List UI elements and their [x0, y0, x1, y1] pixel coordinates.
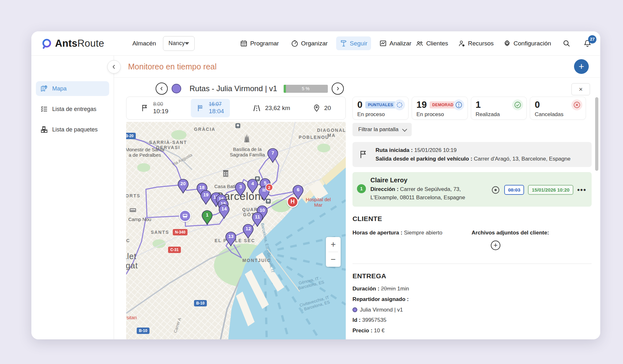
nav-item-organizar[interactable]: Organizar	[287, 36, 331, 50]
brand-logo[interactable]: AntsRoute	[41, 38, 104, 49]
distance-cell: 23,62 km	[252, 104, 290, 113]
spinner-icon	[394, 99, 405, 110]
vehicle-icon	[182, 213, 188, 219]
nav-item-analizar[interactable]: Analizar	[376, 36, 415, 50]
map-marker[interactable]: 12 ≋	[242, 224, 254, 239]
check-circle-icon	[512, 99, 523, 110]
route-start-line2: Salida desde el parking del vehículo : C…	[376, 154, 570, 163]
route-color-dot	[172, 84, 181, 93]
warehouse-value: Nancy	[168, 40, 185, 47]
zoom-out-button[interactable]: −	[326, 252, 341, 267]
delivery-duration: Duración : 20min 1min	[352, 285, 592, 293]
zoom-in-button[interactable]: +	[326, 237, 341, 252]
sidebar-item-lista-de-paquetes[interactable]: Lista de paquetes	[36, 122, 109, 137]
more-options-button[interactable]: •••	[577, 186, 587, 194]
person-gear-icon	[458, 40, 465, 47]
previous-route-button[interactable]	[156, 83, 168, 95]
card-canceladas: 0 Canceladas	[530, 97, 586, 120]
users-icon	[416, 40, 424, 47]
map-marker[interactable]: ≋ 2	[258, 186, 270, 201]
notifications-button[interactable]: 27	[581, 37, 594, 50]
nav-item-seguir[interactable]: Seguir	[336, 36, 371, 50]
eta-old-chip[interactable]: 08:03	[504, 185, 524, 195]
search-button[interactable]	[560, 37, 573, 50]
status-badge: PUNTUALES	[365, 101, 396, 108]
delivery-courier-label: Repartidor asignado :	[352, 296, 592, 304]
back-button[interactable]	[107, 60, 121, 74]
page-title: Monitoreo en tiempo real	[128, 62, 217, 71]
calendar-icon	[240, 40, 247, 47]
route-title: Rutas - Julia Virmond | v1	[190, 84, 277, 93]
flag-icon	[359, 150, 368, 159]
sidebar-item-lista-de-entregas[interactable]: Lista de entregas	[36, 102, 109, 116]
top-navbar: AntsRoute Almacén Nancy Programar Organi…	[31, 31, 600, 56]
map-canvas[interactable]: GRÀCIA SARRIÀ-SANT GERVASI POBLENOU DIAG…	[126, 122, 346, 339]
vehicle-marker[interactable]	[179, 210, 191, 222]
filter-screen-button[interactable]: Filtrar la pantalla	[352, 123, 412, 136]
map-zoom-controls: + −	[326, 237, 341, 267]
flag-icon	[141, 104, 149, 112]
nav-item-recursos[interactable]: Recursos	[457, 38, 494, 49]
alert-icon	[453, 99, 464, 110]
client-heading: CLIENTE	[352, 215, 592, 223]
map-marker[interactable]: 4 ≋	[247, 178, 258, 193]
nav-item-programar[interactable]: Programar	[236, 36, 283, 50]
add-button[interactable]: +	[574, 59, 589, 74]
map-marker[interactable]: 14 ≋	[218, 204, 230, 219]
warehouse-select[interactable]: Nancy	[163, 36, 195, 51]
map-marker[interactable]: 1 ≋	[201, 210, 213, 225]
route-start-box: Ruta iniciada : 15/01/2026 10:19 Salida …	[352, 142, 592, 167]
map-marker[interactable]: 7 ≋	[267, 148, 279, 163]
finish-flag-icon	[197, 104, 205, 112]
chevron-down-icon	[185, 42, 189, 45]
stop-card[interactable]: 1 Claire Leroy Dirección : Carrer de Sep…	[352, 172, 592, 207]
scrollbar-thumb[interactable]	[595, 97, 598, 171]
next-route-button[interactable]	[332, 83, 344, 95]
stops-value: 20	[324, 105, 331, 112]
close-panel-button[interactable]: ×	[571, 83, 590, 95]
chevron-left-icon	[111, 64, 117, 69]
map-marker[interactable]: 20 ≋	[177, 178, 189, 193]
card-realizada: 1 Realizada	[471, 97, 527, 120]
start-time-cell: 8:00 10:19	[141, 101, 168, 115]
add-attachment-button[interactable]: +	[491, 241, 500, 250]
nav-item-configuracion[interactable]: Configuración	[503, 38, 552, 49]
stop-customer-name: Claire Leroy	[370, 177, 585, 184]
stats-strip: 8:00 10:19 16:07 18:04	[126, 97, 592, 120]
target-icon[interactable]	[491, 185, 500, 195]
nav-right: Clientes Recursos Configuración	[415, 36, 600, 51]
antsroute-logo-icon	[41, 38, 53, 49]
card-puntuales: 0 PUNTUALES En proceso	[352, 97, 409, 120]
chevron-down-icon	[402, 127, 407, 132]
x-circle-icon	[571, 99, 582, 110]
stop-number-badge: 1	[357, 184, 366, 193]
gear-icon	[503, 40, 511, 47]
map-geography	[126, 122, 346, 339]
route-times-box: 8:00 10:19 16:07 18:04	[126, 97, 346, 120]
section-divider	[352, 264, 592, 264]
pin-icon	[313, 104, 320, 112]
start-time-old: 8:00	[153, 101, 168, 107]
opening-hours: Horas de apertura : Siempre abierto	[352, 230, 472, 250]
end-time-old: 16:07	[209, 101, 224, 107]
panel-scrollbar	[595, 97, 598, 337]
route-bar: Rutas - Julia Virmond | v1 5 % ×	[126, 81, 592, 99]
client-attachments-label: Archivos adjuntos del cliente:	[472, 230, 549, 236]
map-icon	[40, 85, 48, 92]
delivery-courier: Julia Virmond | v1	[352, 306, 592, 314]
eta-new-chip[interactable]: 15/01/2026 10:20	[528, 185, 573, 195]
notification-count-badge: 27	[588, 35, 596, 44]
brand-text: AntsRoute	[55, 38, 104, 49]
signpost-icon	[340, 40, 347, 47]
end-time-cell: 16:07 18:04	[191, 99, 230, 117]
delivery-id: Id : 39957535	[352, 316, 592, 324]
sidebar-item-mapa[interactable]: Mapa	[36, 81, 109, 96]
status-cards: 0 PUNTUALES En proceso 19 DEMORADOS En p…	[352, 97, 586, 120]
nav-item-clientes[interactable]: Clientes	[415, 38, 449, 49]
map-marker[interactable]: 13 ≋	[225, 232, 237, 246]
search-icon	[562, 39, 570, 47]
hospital-marker[interactable]: H	[287, 196, 298, 208]
route-detail-panel: Filtrar la pantalla Ruta iniciada : 15/0…	[352, 123, 592, 339]
map-marker[interactable]: 3 ≋	[235, 182, 246, 196]
start-time-new: 10:19	[153, 107, 168, 115]
